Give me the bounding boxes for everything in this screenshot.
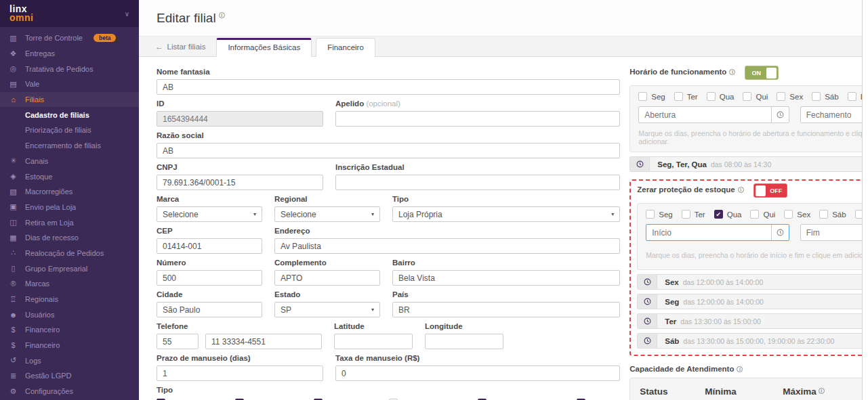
day-checkbox-qua[interactable]: ✔Qua (714, 210, 742, 219)
longitude-input[interactable] (425, 334, 503, 349)
selected-value: Selecione (281, 210, 316, 219)
checkbox-icon[interactable] (674, 92, 683, 101)
sidebar-item-filiais[interactable]: ⌂Filiais (0, 92, 139, 108)
inicio-field[interactable] (646, 224, 789, 241)
fim-input[interactable] (801, 225, 868, 240)
tipo-select[interactable]: Loja Própria▾ (392, 206, 620, 222)
bairro-input[interactable] (392, 270, 620, 286)
sidebar-item-tratativa-de-pedidos[interactable]: ◎Tratativa de Pedidos (0, 61, 139, 76)
chevron-down-icon[interactable]: ∨ (125, 10, 129, 18)
checkbox-icon[interactable] (646, 210, 655, 219)
cep-input[interactable] (157, 238, 262, 254)
fim-field[interactable] (800, 224, 868, 241)
building-icon: ▯ (8, 264, 18, 273)
sidebar-item-configura-es[interactable]: ⚙Configurações (0, 384, 139, 399)
info-icon[interactable]: i (729, 69, 735, 75)
sidebar-item-vale[interactable]: ▤Vale (0, 76, 139, 92)
shield-icon: ❖ (8, 49, 18, 58)
endereco-input[interactable] (274, 238, 620, 254)
day-checkbox-sáb[interactable]: Sáb (819, 210, 846, 219)
day-checkbox-ter[interactable]: Ter (674, 92, 698, 101)
sidebar-item-financeiro[interactable]: $Financeiro (0, 322, 139, 338)
abertura-field[interactable] (638, 106, 789, 123)
clock-icon[interactable] (771, 107, 789, 123)
day-checkbox-qui[interactable]: Qui (743, 92, 768, 101)
abertura-input[interactable] (639, 107, 771, 123)
clock-icon[interactable] (771, 225, 789, 240)
fechamento-field[interactable] (800, 106, 868, 123)
sidebar-item-torre-de-controle[interactable]: ▥Torre de Controlebeta (0, 30, 139, 46)
checkbox-icon[interactable] (848, 92, 856, 101)
sidebar-item-grupo-empresarial[interactable]: ▯Grupo Empresarial (0, 261, 139, 276)
zerar-protecao-toggle[interactable]: OFF (753, 183, 787, 198)
sidebar-item-envio-pela-loja[interactable]: ▣Envio pela Loja (0, 200, 139, 215)
numero-input[interactable] (157, 270, 262, 286)
nome-fantasia-input[interactable] (157, 79, 620, 95)
checkbox-icon[interactable] (682, 210, 690, 219)
sidebar-item-prioriza-o-de-filiais[interactable]: Priorização de filiais (0, 123, 139, 138)
horario-funcionamento-toggle[interactable]: ON (745, 66, 779, 80)
checkbox-icon[interactable] (707, 92, 716, 101)
day-checkbox-qui[interactable]: Qui (750, 210, 775, 219)
sidebar-item-canais[interactable]: ✳Canais (0, 154, 139, 169)
inicio-input[interactable] (646, 225, 771, 240)
info-icon[interactable]: i (737, 366, 743, 372)
complemento-input[interactable] (274, 270, 380, 286)
checkbox-icon[interactable] (638, 92, 647, 101)
sidebar-item-regionais[interactable]: ♖Regionais (0, 292, 139, 307)
page-title: Editar filial (157, 11, 216, 26)
tab-financeiro[interactable]: Financeiro (316, 38, 375, 57)
telefone-ddi-input[interactable] (157, 334, 199, 349)
tab-informacoes-basicas[interactable]: Informações Básicas (216, 38, 312, 57)
day-checkbox-sex[interactable]: Sex (777, 92, 803, 101)
sidebar-item-estoque[interactable]: ◈Estoque (0, 169, 139, 184)
checkbox-icon[interactable] (819, 210, 828, 219)
fechamento-input[interactable] (801, 107, 868, 123)
sidebar-item-realoca-o-de-pedidos[interactable]: ∴Realocação de Pedidos (0, 246, 139, 261)
sidebar-item-gest-o-lgpd[interactable]: ≣Gestão LGPD (0, 368, 139, 384)
day-checkbox-sáb[interactable]: Sáb (812, 92, 838, 101)
checkbox-icon[interactable] (743, 92, 751, 101)
checkbox-icon[interactable] (777, 92, 785, 101)
checkbox-icon[interactable] (784, 210, 793, 219)
checkbox-icon[interactable] (750, 210, 759, 219)
field-label: ID (157, 99, 323, 108)
estado-select[interactable]: SP▾ (274, 302, 380, 317)
taxa-manuseio-input[interactable] (335, 365, 620, 381)
prazo-manuseio-input[interactable] (157, 365, 323, 381)
latitude-input[interactable] (334, 334, 413, 349)
linx-omni-logo: linx omni (9, 5, 33, 22)
checkbox-icon[interactable]: ✔ (714, 210, 723, 219)
sidebar-item-entregas[interactable]: ❖Entregas (0, 46, 139, 62)
sidebar-item-retira-em-loja[interactable]: ◫Retira em Loja (0, 215, 139, 230)
day-checkbox-sex[interactable]: Sex (784, 210, 810, 219)
inscricao-estadual-input[interactable] (335, 175, 620, 190)
sidebar-item-cadastro-de-filiais[interactable]: Cadastro de filiais (0, 107, 139, 123)
sidebar-item-logs[interactable]: ↺Logs (0, 353, 139, 368)
checkbox-icon[interactable] (812, 92, 821, 101)
sidebar-item-macrorregi-es[interactable]: ▧Macrorregiões (0, 184, 139, 200)
sidebar-item-financeiro[interactable]: $Financeiro (0, 338, 139, 353)
history-icon: ↺ (8, 356, 18, 365)
day-checkbox-qua[interactable]: Qua (707, 92, 735, 101)
razao-social-input[interactable] (157, 143, 620, 158)
sidebar-item-dias-de-recesso[interactable]: ▦Dias de recesso (0, 230, 139, 246)
back-to-list-link[interactable]: ← Listar filiais (155, 43, 205, 51)
scrollbar-track[interactable] (862, 0, 868, 400)
marca-select[interactable]: Selecione▾ (157, 206, 262, 222)
regional-select[interactable]: Selecione▾ (274, 206, 380, 222)
day-checkbox-seg[interactable]: Seg (646, 210, 672, 219)
info-icon[interactable]: i (219, 12, 225, 18)
day-checkbox-seg[interactable]: Seg (638, 92, 665, 101)
cidade-input[interactable] (157, 302, 262, 317)
pais-input[interactable] (392, 302, 620, 317)
info-icon[interactable]: i (738, 187, 744, 193)
day-checkbox-ter[interactable]: Ter (682, 210, 705, 219)
info-icon[interactable]: i (819, 388, 825, 394)
cnpj-input[interactable] (157, 175, 323, 190)
telefone-numero-input[interactable] (205, 334, 322, 349)
apelido-input[interactable] (335, 111, 620, 127)
sidebar-item-encerramento-de-filiais[interactable]: Encerramento de filiais (0, 138, 139, 154)
sidebar-item-usu-rios[interactable]: ☻Usuários (0, 307, 139, 322)
sidebar-item-marcas[interactable]: ®Marcas (0, 276, 139, 292)
